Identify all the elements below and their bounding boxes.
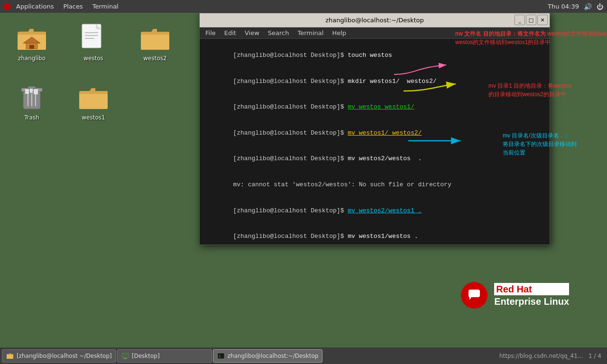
search-menu[interactable]: Search — [264, 28, 293, 37]
taskbar-item-filemanager[interactable]: [zhanglibo@localhost ~/Desktop] — [2, 349, 116, 363]
term-line-8: [zhanglibo@localhost Desktop]$ mv westos… — [203, 224, 546, 245]
svg-rect-17 — [28, 86, 36, 89]
terminal-titlebar: zhanglibo@localhost:~/Desktop _ □ ✕ — [200, 13, 550, 27]
svg-rect-31 — [123, 359, 128, 359]
desktop-icon-westos1[interactable]: westos1 — [72, 82, 115, 121]
icon-label-westos: westos — [82, 55, 105, 62]
term-line-1: [zhanglibo@localhost Desktop]$ touch wes… — [203, 43, 546, 69]
power-icon[interactable]: ⏻ — [597, 3, 603, 10]
applications-menu[interactable]: Applications — [12, 2, 57, 11]
svg-text:$_: $_ — [219, 355, 223, 358]
terminal-menu[interactable]: Terminal — [89, 2, 122, 11]
svg-rect-20 — [34, 89, 38, 94]
help-menu[interactable]: Help — [328, 28, 350, 37]
file-manager-icon — [6, 352, 14, 360]
window-controls: _ □ ✕ — [515, 15, 548, 25]
maximize-button[interactable]: □ — [526, 15, 536, 25]
term-line-5: [zhanglibo@localhost Desktop]$ mv westos… — [203, 146, 546, 172]
desktop-icon-trash[interactable]: Trash — [10, 82, 53, 121]
term-line-6-error: mv: cannot stat 'westos2/westos': No suc… — [203, 172, 546, 198]
minimize-button[interactable]: _ — [515, 15, 525, 25]
terminal-menubar: File Edit View Search Terminal Help — [200, 27, 550, 39]
desktop-icon-westos2[interactable]: westos2 — [134, 22, 176, 62]
redhat-icon — [4, 3, 10, 10]
volume-icon: 🔊 — [584, 3, 592, 10]
icon-label-westos1: westos1 — [80, 114, 107, 121]
svg-rect-19 — [30, 89, 33, 93]
top-menubar: Applications Places Terminal Thu 04:39 🔊… — [0, 0, 607, 13]
desktop-icon-westos[interactable]: westos — [72, 22, 115, 62]
taskbar-item-terminal[interactable]: $_ zhanglibo@localhost:~/Desktop — [213, 349, 323, 363]
term-line-3: [zhanglibo@localhost Desktop]$ mv westos… — [203, 94, 546, 120]
redhat-logo-icon — [460, 281, 488, 309]
term-line-4: [zhanglibo@localhost Desktop]$ mv westos… — [203, 120, 546, 146]
desktop: zhanglibo westos westos2 — [0, 13, 607, 347]
taskbar-item-desktop[interactable]: [Desktop] — [117, 349, 212, 363]
svg-rect-28 — [7, 355, 13, 359]
svg-rect-11 — [141, 35, 169, 50]
redhat-logo: Red Hat Enterprise Linux — [460, 281, 569, 309]
clock: Thu 04:39 — [548, 3, 579, 10]
file-menu[interactable]: File — [202, 28, 220, 37]
icon-label-trash: Trash — [22, 114, 41, 121]
term-line-7: [zhanglibo@localhost Desktop]$ mv westos… — [203, 198, 546, 224]
taskbar-url: https://blog.csdn.net/qq_41... — [499, 353, 583, 359]
taskbar-right-info: https://blog.csdn.net/qq_41... 1 / 4 — [499, 353, 605, 359]
svg-rect-30 — [124, 358, 127, 359]
terminal-menu-item[interactable]: Terminal — [294, 28, 327, 37]
taskbar-page-info: 1 / 4 — [589, 353, 601, 359]
top-bar-right: Thu 04:39 🔊 ⏻ — [548, 3, 603, 10]
home-folder-icon — [18, 25, 46, 50]
document-icon — [81, 23, 106, 52]
folder-icon-westos2 — [141, 25, 169, 50]
view-menu[interactable]: View — [241, 28, 263, 37]
terminal-content[interactable]: [zhanglibo@localhost Desktop]$ touch wes… — [200, 39, 550, 245]
icon-label-zhanglibo: zhanglibo — [16, 55, 47, 62]
places-menu[interactable]: Places — [59, 2, 86, 11]
folder-icon-westos1 — [79, 84, 108, 109]
svg-rect-29 — [122, 353, 129, 358]
icon-label-westos2: westos2 — [141, 55, 168, 62]
svg-rect-5 — [29, 45, 34, 49]
terminal-window: zhanglibo@localhost:~/Desktop _ □ ✕ File… — [199, 13, 550, 245]
redhat-line2: Enterprise Linux — [494, 295, 569, 308]
redhat-line1: Red Hat — [494, 283, 569, 295]
desktop-icon-taskbar — [121, 352, 129, 360]
svg-rect-18 — [25, 89, 29, 94]
terminal-icon-taskbar: $_ — [217, 352, 225, 360]
close-button[interactable]: ✕ — [537, 15, 548, 25]
edit-menu[interactable]: Edit — [221, 28, 240, 37]
taskbar: [zhanglibo@localhost ~/Desktop] [Desktop… — [0, 347, 607, 364]
trash-icon — [19, 82, 44, 111]
svg-rect-22 — [79, 94, 108, 109]
desktop-icon-zhanglibo[interactable]: zhanglibo — [10, 22, 53, 62]
term-line-2: [zhanglibo@localhost Desktop]$ mkdir wes… — [203, 69, 546, 95]
terminal-title: zhanglibo@localhost:~/Desktop — [325, 17, 424, 24]
